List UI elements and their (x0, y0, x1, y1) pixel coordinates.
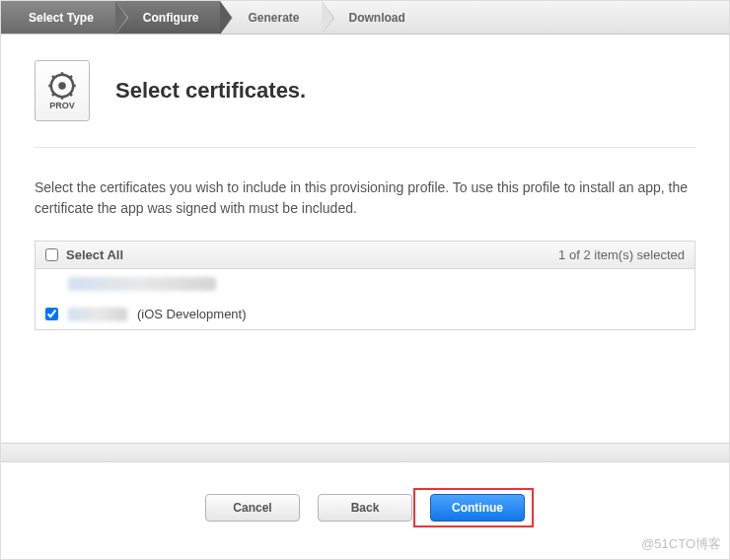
list-header: Select All 1 of 2 item(s) selected (36, 242, 694, 269)
continue-button[interactable]: Continue (430, 494, 525, 522)
button-bar: Cancel Back Continue (1, 494, 729, 522)
step-label: Configure (143, 11, 199, 25)
step-select-type[interactable]: Select Type (1, 1, 115, 34)
page-header: PROV Select certificates. (35, 60, 695, 148)
provisioning-profile-icon: PROV (35, 60, 90, 121)
svg-line-8 (52, 94, 55, 97)
page-description: Select the certificates you wish to incl… (35, 177, 695, 219)
step-download: Download (322, 1, 427, 34)
select-all-label: Select All (66, 247, 123, 262)
step-label: Select Type (29, 11, 94, 25)
select-all-checkbox[interactable] (45, 248, 58, 261)
page-title: Select certificates. (115, 78, 306, 104)
svg-line-7 (70, 94, 73, 97)
certificate-suffix: (iOS Development) (137, 307, 247, 321)
footer-divider (1, 443, 729, 462)
back-button[interactable]: Back (318, 494, 412, 522)
step-generate: Generate (220, 1, 321, 34)
certificate-name-redacted (68, 308, 127, 321)
step-label: Download (349, 11, 405, 25)
svg-line-9 (70, 76, 73, 79)
certificate-name-redacted (68, 277, 216, 291)
certificate-row[interactable]: (iOS Development) (36, 299, 694, 329)
list-body[interactable]: (iOS Development) (36, 269, 694, 329)
watermark: @51CTO博客 (641, 535, 721, 553)
step-label: Generate (248, 11, 299, 25)
selection-count: 1 of 2 item(s) selected (558, 247, 685, 262)
certificate-list: Select All 1 of 2 item(s) selected (iOS … (35, 241, 695, 330)
certificate-checkbox[interactable] (45, 308, 58, 320)
svg-line-6 (52, 76, 55, 79)
svg-point-1 (58, 82, 66, 90)
step-configure[interactable]: Configure (115, 1, 221, 34)
wizard-steps: Select Type Configure Generate Download (1, 1, 729, 35)
icon-caption: PROV (49, 101, 75, 110)
certificate-row[interactable] (36, 269, 694, 299)
cancel-button[interactable]: Cancel (205, 494, 300, 522)
